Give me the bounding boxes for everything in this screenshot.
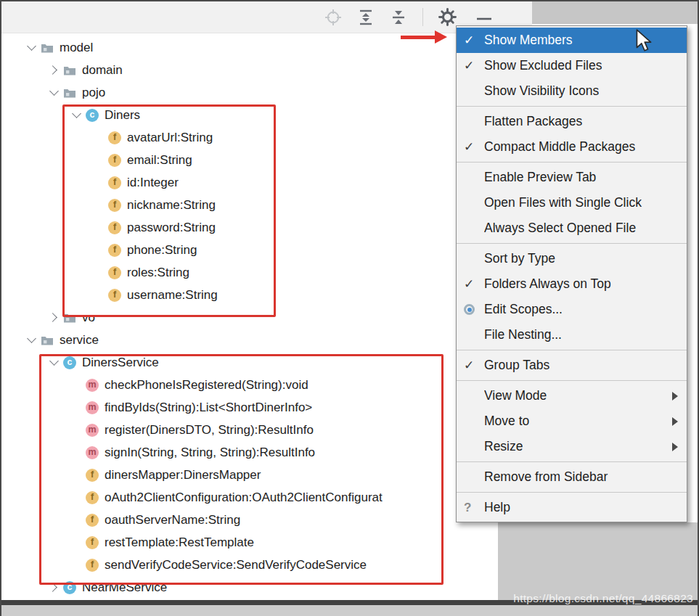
tree-label: sendVerifyCodeService:SendVerifyCodeServ… <box>105 558 367 572</box>
class-icon: c <box>63 356 76 369</box>
field-icon: f <box>108 289 121 302</box>
watermark: https://blog.csdn.net/qq_44866823 <box>513 592 693 605</box>
tree-label: Diners <box>105 108 140 123</box>
menu-item-show-members[interactable]: ✓Show Members <box>457 28 687 53</box>
context-menu: ✓Show Members✓Show Excluded FilesShow Vi… <box>456 25 687 522</box>
field-icon: f <box>108 154 121 167</box>
tree-label: checkPhoneIsRegistered(String):void <box>105 378 308 393</box>
checkmark-icon: ✓ <box>464 139 484 155</box>
collapse-all-icon[interactable] <box>388 7 409 28</box>
folder-icon <box>63 64 76 77</box>
chevron-down-icon[interactable] <box>67 104 86 126</box>
menu-item-compact-middle-packages[interactable]: ✓Compact Middle Packages <box>457 134 687 160</box>
menu-item-resize[interactable]: Resize <box>457 434 687 459</box>
menu-item-flatten-packages[interactable]: Flatten Packages <box>457 109 687 134</box>
field-icon: f <box>108 244 121 257</box>
menu-item-move-to[interactable]: Move to <box>457 408 687 434</box>
tree-label: avatarUrl:String <box>127 131 213 145</box>
annotation-arrow-head <box>435 30 447 44</box>
tree-label: NearMeService <box>82 580 167 595</box>
settings-gear-icon[interactable] <box>437 7 457 28</box>
menu-item-label: Show Members <box>484 33 678 48</box>
field-icon: f <box>108 176 121 189</box>
menu-item-view-mode[interactable]: View Mode <box>457 383 687 408</box>
menu-item-folders-always-on-top[interactable]: ✓Folders Always on Top <box>457 271 687 297</box>
panel-toolbar <box>1 1 532 33</box>
desktop-strip <box>1 605 698 616</box>
menu-item-always-select-opened-file[interactable]: Always Select Opened File <box>457 215 687 241</box>
field-icon: f <box>108 221 121 234</box>
checkmark-icon: ✓ <box>464 33 484 48</box>
chevron-spacer <box>67 419 86 441</box>
menu-item-label: Always Select Opened File <box>484 221 678 236</box>
menu-item-label: Folders Always on Top <box>484 276 678 292</box>
chevron-right-icon[interactable] <box>44 59 63 81</box>
menu-item-group-tabs[interactable]: ✓Group Tabs <box>457 353 687 378</box>
tree-label: email:String <box>127 153 192 168</box>
menu-separator <box>457 492 687 493</box>
menu-item-label: Open Files with Single Click <box>484 195 678 210</box>
folder-icon <box>41 334 54 347</box>
tree-label: signIn(String, String, String):ResultInf… <box>105 445 315 460</box>
tree-label: id:Integer <box>127 176 179 190</box>
menu-item-remove-from-sidebar[interactable]: Remove from Sidebar <box>457 464 687 490</box>
chevron-spacer <box>67 554 86 576</box>
locate-icon[interactable] <box>323 7 343 28</box>
tree-label: roles:String <box>127 266 189 280</box>
menu-item-open-files-with-single-click[interactable]: Open Files with Single Click <box>457 190 687 215</box>
field-icon: f <box>86 491 99 504</box>
chevron-right-icon[interactable] <box>44 576 63 599</box>
minimize-icon[interactable] <box>474 7 494 28</box>
menu-item-enable-preview-tab[interactable]: Enable Preview Tab <box>457 165 687 190</box>
field-icon: f <box>86 469 99 482</box>
folder-icon <box>41 41 54 54</box>
tree-label: phone:String <box>127 243 197 258</box>
chevron-spacer <box>67 486 86 509</box>
menu-separator <box>457 350 687 350</box>
menu-item-help[interactable]: ?Help <box>457 495 687 520</box>
field-icon: f <box>86 536 99 549</box>
menu-item-label: Enable Preview Tab <box>484 170 678 185</box>
chevron-spacer <box>89 284 108 306</box>
chevron-spacer <box>89 171 108 194</box>
tree-label: pojo <box>82 86 105 100</box>
folder-icon <box>63 86 76 99</box>
menu-item-show-visibility-icons[interactable]: Show Visibility Icons <box>457 78 687 104</box>
tree-label: oauthServerName:String <box>105 513 240 527</box>
chevron-down-icon[interactable] <box>44 351 63 374</box>
submenu-arrow-icon <box>672 417 678 426</box>
class-icon: c <box>63 581 76 594</box>
tree-label: DinersService <box>82 356 159 370</box>
background-bottom-right <box>498 522 698 600</box>
tree-label: oAuth2ClientConfiguration:OAuth2ClientCo… <box>105 490 383 505</box>
menu-item-edit-scopes[interactable]: Edit Scopes... <box>457 297 687 322</box>
method-icon: m <box>86 401 99 414</box>
menu-item-label: File Nesting... <box>484 327 678 342</box>
menu-item-label: Flatten Packages <box>484 114 678 129</box>
tree-label: vo <box>82 311 95 325</box>
menu-separator <box>457 162 687 163</box>
tree-label: service <box>60 333 99 348</box>
menu-item-show-excluded-files[interactable]: ✓Show Excluded Files <box>457 53 687 78</box>
method-icon: m <box>86 379 99 392</box>
menu-item-label: Resize <box>484 439 666 454</box>
chevron-down-icon[interactable] <box>22 329 41 351</box>
tree-label: findByIds(String):List<ShortDinerInfo> <box>105 401 312 415</box>
chevron-down-icon[interactable] <box>22 36 41 59</box>
chevron-right-icon[interactable] <box>44 306 63 329</box>
tree-label: domain <box>82 63 123 78</box>
menu-item-file-nesting[interactable]: File Nesting... <box>457 322 687 348</box>
field-icon: f <box>108 131 121 144</box>
submenu-arrow-icon <box>672 392 678 401</box>
menu-item-sort-by-type[interactable]: Sort by Type <box>457 246 687 271</box>
tree-label: model <box>60 41 93 55</box>
method-icon: m <box>86 446 99 459</box>
chevron-spacer <box>67 464 86 486</box>
chevron-down-icon[interactable] <box>44 81 63 104</box>
expand-all-icon[interactable] <box>356 7 376 28</box>
chevron-spacer <box>89 239 108 261</box>
submenu-arrow-icon <box>672 443 678 451</box>
checkmark-icon: ✓ <box>464 276 484 292</box>
field-icon: f <box>108 199 121 212</box>
menu-separator <box>457 243 687 244</box>
